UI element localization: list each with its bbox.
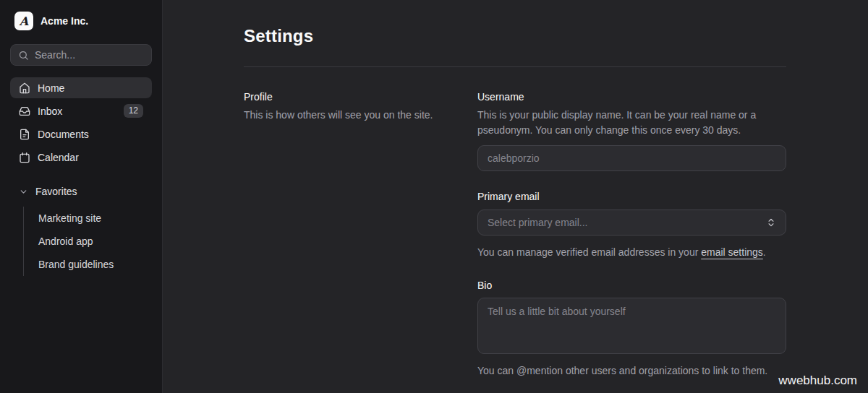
org-logo: A — [14, 12, 33, 30]
favorites-toggle[interactable]: Favorites — [10, 183, 152, 199]
primary-email-field-group: Primary email Select primary email... Yo… — [477, 189, 786, 260]
favorites-section: Favorites Marketing site Android app Bra… — [10, 183, 152, 276]
favorites-list: Marketing site Android app Brand guideli… — [23, 207, 152, 276]
email-settings-link[interactable]: email settings — [701, 246, 763, 258]
sidebar-item-label: Inbox — [38, 105, 62, 117]
org-switcher[interactable]: A Acme Inc. — [10, 10, 152, 32]
username-input[interactable] — [477, 145, 786, 171]
sidebar-item-home[interactable]: Home — [10, 77, 152, 98]
primary-email-help: You can manage verified email addresses … — [477, 245, 786, 260]
sidebar: A Acme Inc. Home Inbox 12 — [0, 0, 163, 393]
bio-textarea[interactable] — [477, 298, 786, 354]
watermark: wwebhub.com — [778, 373, 857, 388]
section-description: This is how others will see you on the s… — [244, 108, 434, 123]
header-divider — [244, 66, 786, 67]
section-title: Profile — [244, 90, 434, 104]
inbox-count-badge: 12 — [124, 104, 143, 117]
favorite-item-marketing-site[interactable]: Marketing site — [24, 207, 152, 230]
bio-label: Bio — [477, 278, 786, 293]
favorites-label: Favorites — [35, 186, 77, 197]
sidebar-item-label: Calendar — [38, 152, 79, 163]
inbox-icon — [19, 105, 30, 117]
section-intro: Profile This is how others will see you … — [244, 90, 434, 379]
sidebar-nav: Home Inbox 12 Documents Calendar — [10, 77, 152, 168]
favorite-item-brand-guidelines[interactable]: Brand guidelines — [24, 253, 152, 276]
sidebar-item-calendar[interactable]: Calendar — [10, 147, 152, 168]
search-input[interactable] — [35, 49, 144, 61]
username-field-group: Username This is your public display nam… — [477, 90, 786, 171]
main-content: Settings Profile This is how others will… — [163, 0, 868, 393]
sidebar-item-inbox[interactable]: Inbox 12 — [10, 100, 152, 121]
org-name: Acme Inc. — [41, 15, 88, 27]
primary-email-select[interactable]: Select primary email... — [477, 210, 786, 236]
calendar-icon — [19, 152, 30, 163]
username-label: Username — [477, 90, 786, 104]
page-title: Settings — [244, 26, 868, 46]
sidebar-item-documents[interactable]: Documents — [10, 124, 152, 144]
fields-column: Username This is your public display nam… — [477, 90, 786, 379]
bio-field-group: Bio You can @mention other users and org… — [477, 278, 786, 379]
search-box[interactable] — [10, 44, 152, 66]
profile-settings-section: Profile This is how others will see you … — [244, 90, 786, 379]
help-text-prefix: You can manage verified email addresses … — [477, 246, 701, 258]
username-description: This is your public display name. It can… — [477, 108, 786, 138]
chevrons-up-down-icon — [766, 217, 776, 228]
sidebar-item-label: Documents — [38, 129, 89, 140]
sidebar-item-label: Home — [38, 82, 64, 94]
favorite-item-android-app[interactable]: Android app — [24, 230, 152, 253]
app-window: A Acme Inc. Home Inbox 12 — [0, 0, 868, 393]
primary-email-label: Primary email — [477, 189, 786, 204]
help-text-suffix: . — [763, 246, 766, 258]
chevron-down-icon — [19, 187, 28, 196]
primary-email-select-value: Select primary email... — [488, 217, 587, 228]
search-icon — [18, 50, 29, 61]
bio-help: You can @mention other users and organiz… — [477, 363, 786, 379]
document-icon — [19, 129, 30, 140]
home-icon — [19, 82, 30, 94]
